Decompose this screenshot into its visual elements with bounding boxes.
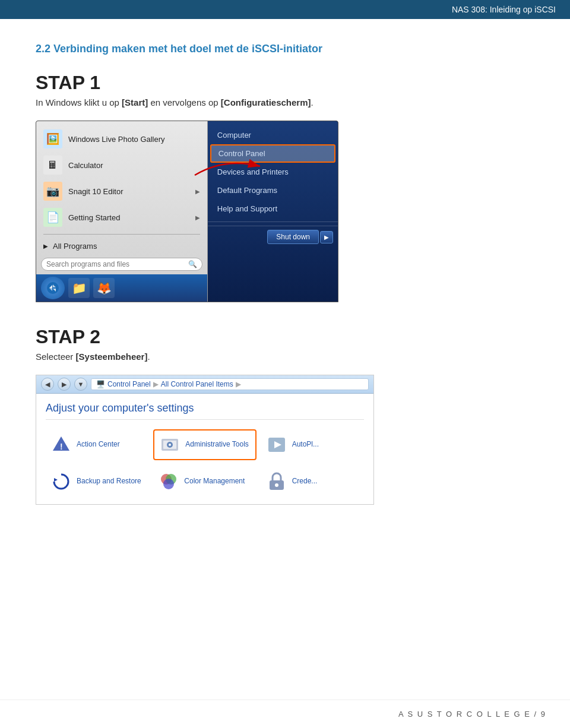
submenu-arrow2: ▶ — [195, 214, 200, 221]
cp-item-backup-restore[interactable]: Backup and Restore — [46, 467, 148, 496]
win7-right-panel: Computer Control Panel Devices and Print… — [208, 121, 338, 302]
svg-point-13 — [163, 479, 174, 489]
all-programs-item[interactable]: ▶ All Programs — [36, 238, 207, 254]
cp-content: Adjust your computer's settings ! Action… — [36, 394, 373, 504]
svg-point-15 — [275, 483, 278, 487]
shutdown-button[interactable]: Shut down — [267, 230, 319, 244]
step1-description: In Windows klikt u op [Start] en vervolg… — [36, 97, 534, 107]
step2-description: Selecteer [Systeembeheer]. — [36, 352, 534, 362]
svg-text:!: ! — [60, 442, 63, 451]
menu-item-snagit[interactable]: 📷 Snagit 10 Editor ▶ — [36, 178, 207, 204]
action-center-icon: ! — [50, 434, 72, 455]
photo-gallery-icon: 🖼️ — [43, 129, 62, 148]
taskbar-explorer-icon[interactable]: 📁 — [68, 278, 90, 298]
start-button[interactable] — [41, 277, 65, 299]
menu-item-photo-gallery[interactable]: 🖼️ Windows Live Photo Gallery — [36, 126, 207, 152]
breadcrumb-icon: 🖥️ — [96, 380, 105, 388]
backup-restore-icon — [50, 471, 72, 492]
autoplay-icon — [266, 434, 287, 455]
svg-point-1 — [47, 282, 59, 294]
win7-start-menu: 🖼️ Windows Live Photo Gallery 🖩 Calculat… — [36, 121, 338, 302]
cp-items-grid: ! Action Center Admi — [46, 429, 364, 496]
cp-item-credential-manager[interactable]: Crede... — [261, 467, 364, 496]
menu-item-getting-started[interactable]: 📄 Getting Started ▶ — [36, 204, 207, 230]
page-footer: A S U S T O R C O L L E G E / 9 — [0, 699, 570, 728]
step1-heading: STAP 1 — [36, 72, 534, 94]
cp-titlebar: ◀ ▶ ▼ 🖥️ Control Panel ▶ All Control Pan… — [36, 375, 373, 394]
cp-item-administrative-tools[interactable]: Administrative Tools — [153, 429, 256, 460]
svg-marker-10 — [54, 478, 58, 482]
cp-breadcrumb: 🖥️ Control Panel ▶ All Control Panel Ite… — [91, 378, 369, 390]
cp-page-title: Adjust your computer's settings — [46, 402, 364, 420]
windows-logo-icon — [46, 281, 59, 295]
forward-button[interactable]: ▶ — [58, 378, 71, 391]
start-menu-screenshot: 🖼️ Windows Live Photo Gallery 🖩 Calculat… — [36, 121, 338, 302]
administrative-tools-icon — [159, 434, 180, 455]
cp-item-autoplay[interactable]: AutoPl... — [261, 429, 364, 460]
win7-left-panel: 🖼️ Windows Live Photo Gallery 🖩 Calculat… — [36, 121, 208, 302]
right-item-help-support[interactable]: Help and Support — [208, 200, 338, 218]
taskbar-firefox-icon[interactable]: 🦊 — [93, 278, 115, 298]
credential-manager-icon — [266, 471, 287, 492]
annotation-arrow — [189, 151, 266, 181]
recent-button[interactable]: ▼ — [74, 378, 87, 391]
color-management-icon — [158, 471, 179, 492]
right-item-computer[interactable]: Computer — [208, 126, 338, 144]
menu-item-calculator[interactable]: 🖩 Calculator — [36, 152, 207, 178]
snagit-icon: 📷 — [43, 182, 62, 201]
shutdown-row: Shut down ▶ — [208, 226, 338, 248]
section-title: 2.2 Verbinding maken met het doel met de… — [36, 43, 534, 55]
menu-separator — [43, 234, 200, 235]
search-icon: 🔍 — [188, 260, 197, 268]
calculator-icon: 🖩 — [43, 156, 62, 175]
cp-item-color-management[interactable]: Color Management — [153, 467, 256, 496]
win7-taskbar: 📁 🦊 — [36, 274, 207, 302]
win7-menu-wrapper: 🖼️ Windows Live Photo Gallery 🖩 Calculat… — [36, 121, 338, 302]
svg-point-7 — [169, 444, 171, 446]
search-bar[interactable]: 🔍 — [41, 258, 202, 271]
page-header: NAS 308: Inleiding op iSCSI — [0, 0, 570, 19]
shutdown-arrow-button[interactable]: ▶ — [320, 231, 333, 243]
right-item-default-programs[interactable]: Default Programs — [208, 181, 338, 200]
step2-heading: STAP 2 — [36, 326, 534, 348]
submenu-arrow: ▶ — [195, 188, 200, 195]
right-panel-separator — [208, 221, 338, 222]
footer-text: A S U S T O R C O L L E G E / 9 — [398, 710, 546, 718]
cp-item-action-center[interactable]: ! Action Center — [46, 429, 148, 460]
control-panel-screenshot: ◀ ▶ ▼ 🖥️ Control Panel ▶ All Control Pan… — [36, 375, 374, 505]
back-button[interactable]: ◀ — [41, 378, 54, 391]
header-title: NAS 308: Inleiding op iSCSI — [452, 5, 556, 14]
search-input[interactable] — [46, 260, 188, 268]
main-content: 2.2 Verbinding maken met het doel met de… — [0, 19, 570, 552]
getting-started-icon: 📄 — [43, 208, 62, 227]
all-programs-triangle: ▶ — [43, 243, 48, 249]
